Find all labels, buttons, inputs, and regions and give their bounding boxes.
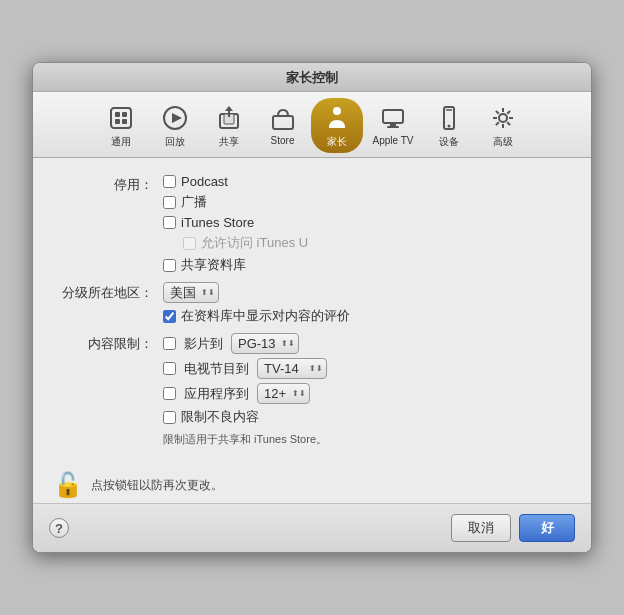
toolbar-label-general: 通用 (111, 135, 131, 149)
explicit-row: 限制不良内容 (163, 408, 571, 426)
itunesu-label: 允许访问 iTunes U (201, 234, 308, 252)
itunesstore-checkbox[interactable] (163, 216, 176, 229)
itunesu-row: 允许访问 iTunes U (163, 234, 571, 252)
region-select-wrapper: 美国 中国 英国 日本 (163, 282, 219, 303)
bottom-buttons: 取消 好 (451, 514, 575, 542)
disable-label: 停用： (53, 174, 163, 194)
lock-text: 点按锁钮以防再次更改。 (91, 477, 223, 494)
show-ratings-label: 在资料库中显示对内容的评价 (181, 307, 350, 325)
rating-region-section: 分级所在地区： 美国 中国 英国 日本 在资料库中显示对内容的评价 (53, 282, 571, 325)
movies-select-wrapper: G PG PG-13 R NC-17 (231, 333, 299, 354)
radio-row: 广播 (163, 193, 571, 211)
sharedlib-row: 共享资料库 (163, 256, 571, 274)
tv-select[interactable]: TV-Y TV-Y7 TV-G TV-PG TV-14 TV-MA (257, 358, 327, 379)
svg-rect-13 (383, 110, 403, 123)
show-ratings-row: 在资料库中显示对内容的评价 (163, 307, 571, 325)
toolbar-item-playback[interactable]: 回放 (149, 98, 201, 153)
store-icon (267, 102, 299, 134)
explicit-checkbox[interactable] (163, 411, 176, 424)
window-title: 家长控制 (286, 70, 338, 85)
footer: ? 取消 好 (33, 503, 591, 552)
disable-section: 停用： Podcast 广播 iTunes Store 允许访问 iTunes … (53, 174, 571, 274)
content-area: 停用： Podcast 广播 iTunes Store 允许访问 iTunes … (33, 158, 591, 467)
movies-row: 影片到 G PG PG-13 R NC-17 (163, 333, 571, 354)
apps-row: 应用程序到 4+ 9+ 12+ 17+ (163, 383, 571, 404)
help-button[interactable]: ? (49, 518, 69, 538)
toolbar-item-device[interactable]: 设备 (423, 98, 475, 153)
region-row: 美国 中国 英国 日本 (163, 282, 571, 303)
ok-button[interactable]: 好 (519, 514, 575, 542)
content-restriction-content: 影片到 G PG PG-13 R NC-17 电视节目到 (163, 333, 571, 447)
movies-select[interactable]: G PG PG-13 R NC-17 (231, 333, 299, 354)
svg-rect-11 (273, 116, 293, 129)
svg-rect-1 (115, 112, 120, 117)
apps-select-wrapper: 4+ 9+ 12+ 17+ (257, 383, 310, 404)
region-select[interactable]: 美国 中国 英国 日本 (163, 282, 219, 303)
rating-region-content: 美国 中国 英国 日本 在资料库中显示对内容的评价 (163, 282, 571, 325)
svg-rect-3 (115, 119, 120, 124)
apps-select[interactable]: 4+ 9+ 12+ 17+ (257, 383, 310, 404)
svg-point-19 (499, 114, 507, 122)
svg-marker-6 (172, 113, 182, 123)
device-icon (433, 102, 465, 134)
toolbar-label-appletv: Apple TV (373, 135, 414, 146)
svg-rect-2 (122, 112, 127, 117)
tv-checkbox[interactable] (163, 362, 176, 375)
svg-point-17 (448, 125, 451, 128)
toolbar-item-parental[interactable]: 家长 (311, 98, 363, 153)
disable-checkboxes: Podcast 广播 iTunes Store 允许访问 iTunes U 共享… (163, 174, 571, 274)
titlebar: 家长控制 (33, 63, 591, 92)
movies-checkbox[interactable] (163, 337, 176, 350)
svg-rect-0 (111, 108, 131, 128)
svg-rect-15 (387, 126, 399, 128)
toolbar-label-store: Store (271, 135, 295, 146)
appletv-icon (377, 102, 409, 134)
play-icon (159, 102, 191, 134)
show-ratings-checkbox[interactable] (163, 310, 176, 323)
tv-label: 电视节目到 (184, 360, 249, 378)
cancel-button[interactable]: 取消 (451, 514, 511, 542)
radio-label: 广播 (181, 193, 207, 211)
itunesstore-label: iTunes Store (181, 215, 254, 230)
tv-select-wrapper: TV-Y TV-Y7 TV-G TV-PG TV-14 TV-MA (257, 358, 327, 379)
rating-region-label: 分级所在地区： (53, 282, 163, 302)
toolbar-item-share[interactable]: 共享 (203, 98, 255, 153)
itunesu-checkbox (183, 237, 196, 250)
restriction-info: 限制适用于共享和 iTunes Store。 (163, 432, 571, 447)
content-restriction-label: 内容限制： (53, 333, 163, 353)
explicit-label: 限制不良内容 (181, 408, 259, 426)
podcast-label: Podcast (181, 174, 228, 189)
toolbar-label-advanced: 高级 (493, 135, 513, 149)
apps-label: 应用程序到 (184, 385, 249, 403)
sharedlib-label: 共享资料库 (181, 256, 246, 274)
svg-point-12 (333, 107, 341, 115)
parental-icon (321, 102, 353, 134)
toolbar-item-general[interactable]: 通用 (95, 98, 147, 153)
share-icon (213, 102, 245, 134)
main-window: 家长控制 通用 回放 (32, 62, 592, 553)
toolbar-label-share: 共享 (219, 135, 239, 149)
toolbar-item-advanced[interactable]: 高级 (477, 98, 529, 153)
tv-row: 电视节目到 TV-Y TV-Y7 TV-G TV-PG TV-14 TV-MA (163, 358, 571, 379)
toolbar: 通用 回放 共享 (33, 92, 591, 158)
radio-checkbox[interactable] (163, 196, 176, 209)
svg-rect-14 (390, 123, 396, 126)
lock-area: 🔓 点按锁钮以防再次更改。 (33, 467, 591, 503)
advanced-icon (487, 102, 519, 134)
toolbar-label-device: 设备 (439, 135, 459, 149)
toolbar-label-playback: 回放 (165, 135, 185, 149)
help-label: ? (55, 521, 63, 536)
toolbar-item-appletv[interactable]: Apple TV (365, 98, 422, 153)
itunesstore-row: iTunes Store (163, 215, 571, 230)
lock-icon: 🔓 (53, 471, 83, 499)
sharedlib-checkbox[interactable] (163, 259, 176, 272)
podcast-checkbox[interactable] (163, 175, 176, 188)
svg-marker-10 (225, 106, 233, 111)
svg-rect-4 (122, 119, 127, 124)
content-restriction-section: 内容限制： 影片到 G PG PG-13 R NC-17 (53, 333, 571, 447)
general-icon (105, 102, 137, 134)
movies-label: 影片到 (184, 335, 223, 353)
toolbar-item-store[interactable]: Store (257, 98, 309, 153)
apps-checkbox[interactable] (163, 387, 176, 400)
podcast-row: Podcast (163, 174, 571, 189)
